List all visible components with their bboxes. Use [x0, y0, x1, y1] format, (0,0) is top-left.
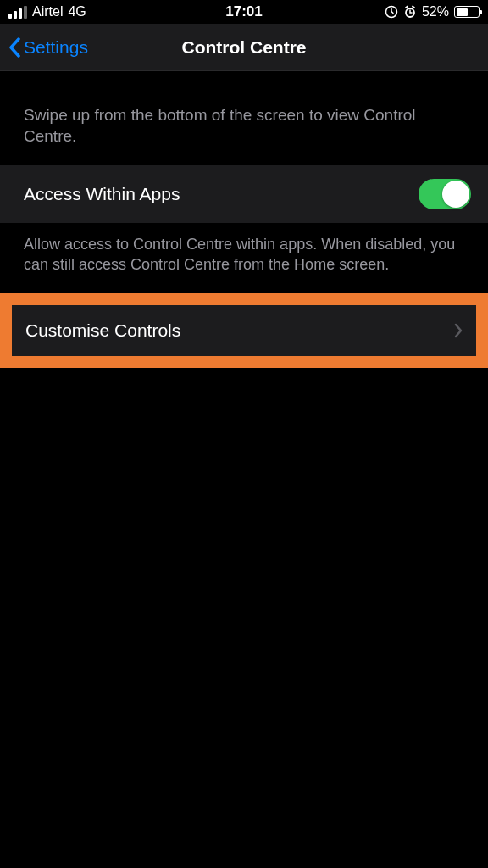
network-label: 4G [68, 4, 86, 19]
status-right: 52% [385, 4, 480, 19]
alarm-icon [403, 5, 417, 19]
content-area: Swipe up from the bottom of the screen t… [0, 71, 488, 368]
navigation-bar: Settings Control Centre [0, 24, 488, 71]
page-title: Control Centre [182, 37, 307, 58]
status-left: Airtel 4G [8, 4, 86, 19]
access-footer-text: Allow access to Control Centre within ap… [0, 223, 488, 293]
access-within-apps-row: Access Within Apps [0, 165, 488, 223]
access-within-apps-toggle[interactable] [419, 179, 471, 209]
back-label: Settings [24, 37, 88, 58]
intro-text: Swipe up from the bottom of the screen t… [0, 71, 488, 165]
lock-rotation-icon [385, 5, 398, 19]
customise-controls-row[interactable]: Customise Controls [12, 305, 476, 356]
time-label: 17:01 [225, 3, 262, 20]
battery-percent: 52% [422, 4, 449, 19]
highlight-annotation: Customise Controls [0, 293, 488, 368]
battery-icon [454, 6, 480, 18]
customise-controls-label: Customise Controls [25, 320, 180, 341]
chevron-left-icon [8, 37, 20, 58]
signal-icon [8, 6, 27, 19]
chevron-right-icon [454, 323, 463, 338]
access-within-apps-label: Access Within Apps [24, 184, 180, 204]
carrier-label: Airtel [32, 4, 63, 19]
status-bar: Airtel 4G 17:01 52% [0, 0, 488, 24]
back-button[interactable]: Settings [0, 37, 88, 58]
